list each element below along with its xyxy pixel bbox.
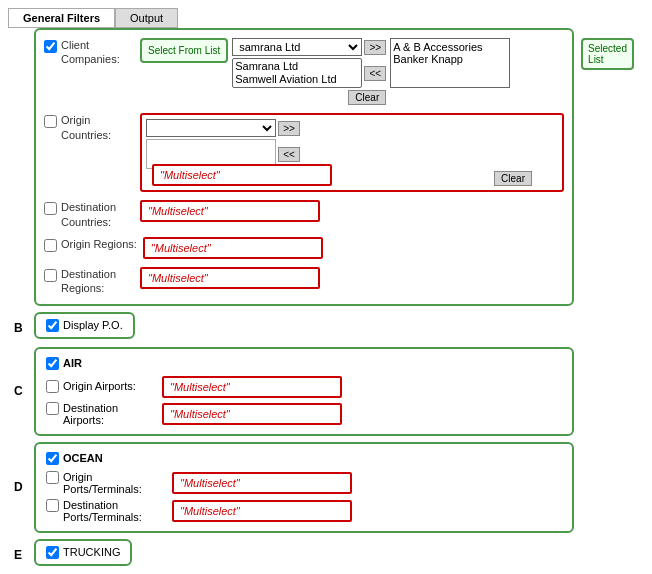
origin-airports-row: Origin Airports: "Multiselect"	[46, 376, 562, 398]
ocean-text: OCEAN	[63, 452, 103, 464]
tab-general-filters[interactable]: General Filters	[8, 8, 115, 28]
destination-ports-text: DestinationPorts/Terminals:	[63, 499, 142, 523]
origin-ports-checkbox[interactable]	[46, 471, 59, 484]
display-po-checkbox[interactable]	[46, 319, 59, 332]
destination-countries-text: DestinationCountries:	[61, 200, 116, 229]
destination-regions-multiselect: "Multiselect"	[140, 267, 320, 289]
origin-ports-label: OriginPorts/Terminals:	[46, 471, 166, 495]
origin-airports-checkbox[interactable]	[46, 380, 59, 393]
add-button[interactable]: >>	[364, 40, 386, 55]
destination-airports-text: DestinationAirports:	[63, 402, 118, 426]
origin-regions-multiselect: "Multiselect"	[143, 237, 323, 259]
origin-airports-label: Origin Airports:	[46, 380, 156, 393]
selected-item: Banker Knapp	[393, 53, 507, 65]
destination-regions-row: DestinationRegions: "Multiselect"	[44, 267, 564, 296]
air-checkbox[interactable]	[46, 357, 59, 370]
destination-regions-checkbox[interactable]	[44, 269, 57, 282]
client-dropdown-row: samrana Ltd Samrana Ltd Samwell Aviation…	[232, 38, 386, 56]
origin-countries-checkbox[interactable]	[44, 115, 57, 128]
destination-ports-checkbox[interactable]	[46, 499, 59, 512]
destination-regions-label: DestinationRegions:	[44, 267, 134, 296]
section-a-box: SelectedList ClientCompanies: Select Fro…	[34, 28, 574, 306]
client-selected-list: A & B Accessories Banker Knapp	[390, 38, 510, 88]
section-d-label: D	[14, 480, 23, 494]
destination-ports-row: DestinationPorts/Terminals: "Multiselect…	[46, 499, 562, 523]
origin-countries-label: OriginCountries:	[44, 113, 134, 142]
section-c-label: C	[14, 384, 23, 398]
destination-countries-checkbox[interactable]	[44, 202, 57, 215]
destination-airports-multiselect: "Multiselect"	[162, 403, 342, 425]
trucking-checkbox[interactable]	[46, 546, 59, 559]
destination-airports-checkbox[interactable]	[46, 402, 59, 415]
origin-clear-button[interactable]: Clear	[494, 171, 532, 186]
display-po-text: Display P.O.	[63, 319, 123, 331]
section-c-title: AIR	[46, 357, 562, 370]
air-text: AIR	[63, 357, 82, 369]
client-list-row: Samrana Ltd Samwell Aviation Ltd <<	[232, 58, 386, 88]
section-c-box: AIR Origin Airports: "Multiselect" Desti…	[34, 347, 574, 436]
section-e-label: E	[14, 548, 22, 562]
origin-add-button[interactable]: >>	[278, 121, 300, 136]
selected-list-label: SelectedList	[581, 38, 634, 70]
ocean-checkbox[interactable]	[46, 452, 59, 465]
destination-countries-multiselect: "Multiselect"	[140, 200, 320, 222]
origin-regions-row: Origin Regions: "Multiselect"	[44, 237, 564, 259]
tabs: General Filters Output	[8, 8, 644, 28]
origin-airports-multiselect: "Multiselect"	[162, 376, 342, 398]
origin-ports-text: OriginPorts/Terminals:	[63, 471, 142, 495]
destination-countries-label: DestinationCountries:	[44, 200, 134, 229]
origin-countries-area: >> << Clear "Multiselect"	[140, 113, 564, 192]
section-d-title: OCEAN	[46, 452, 562, 465]
section-e-box: TRUCKING	[34, 539, 132, 566]
origin-multiselect-label: "Multiselect"	[152, 164, 332, 186]
section-b-label: B	[14, 321, 23, 335]
origin-airports-text: Origin Airports:	[63, 380, 136, 392]
origin-countries-row: OriginCountries: >> << Clear	[44, 113, 564, 192]
client-companies-list[interactable]: Samrana Ltd Samwell Aviation Ltd	[232, 58, 362, 88]
destination-regions-text: DestinationRegions:	[61, 267, 116, 296]
origin-countries-dropdown[interactable]	[146, 119, 276, 137]
selected-item: A & B Accessories	[393, 41, 507, 53]
tab-output[interactable]: Output	[115, 8, 178, 28]
select-from-list-button[interactable]: Select From List	[140, 38, 228, 63]
destination-countries-row: DestinationCountries: "Multiselect"	[44, 200, 564, 229]
trucking-text: TRUCKING	[63, 546, 120, 558]
origin-countries-text: OriginCountries:	[61, 113, 111, 142]
destination-airports-row: DestinationAirports: "Multiselect"	[46, 402, 562, 426]
section-d-box: OCEAN OriginPorts/Terminals: "Multiselec…	[34, 442, 574, 533]
section-b-box: Display P.O.	[34, 312, 135, 339]
client-companies-text: ClientCompanies:	[61, 38, 120, 67]
client-clear-button[interactable]: Clear	[348, 90, 386, 105]
client-companies-dropdown[interactable]: samrana Ltd Samrana Ltd Samwell Aviation…	[232, 38, 362, 56]
origin-regions-text: Origin Regions:	[61, 237, 137, 251]
destination-ports-label: DestinationPorts/Terminals:	[46, 499, 166, 523]
origin-regions-label: Origin Regions:	[44, 237, 137, 252]
remove-button[interactable]: <<	[364, 66, 386, 81]
origin-ports-multiselect: "Multiselect"	[172, 472, 352, 494]
destination-ports-multiselect: "Multiselect"	[172, 500, 352, 522]
destination-airports-label: DestinationAirports:	[46, 402, 156, 426]
origin-regions-checkbox[interactable]	[44, 239, 57, 252]
origin-remove-button[interactable]: <<	[278, 147, 300, 162]
origin-ports-row: OriginPorts/Terminals: "Multiselect"	[46, 471, 562, 495]
client-companies-row: ClientCompanies: Select From List samran…	[44, 38, 564, 105]
client-companies-label: ClientCompanies:	[44, 38, 134, 67]
client-companies-checkbox[interactable]	[44, 40, 57, 53]
